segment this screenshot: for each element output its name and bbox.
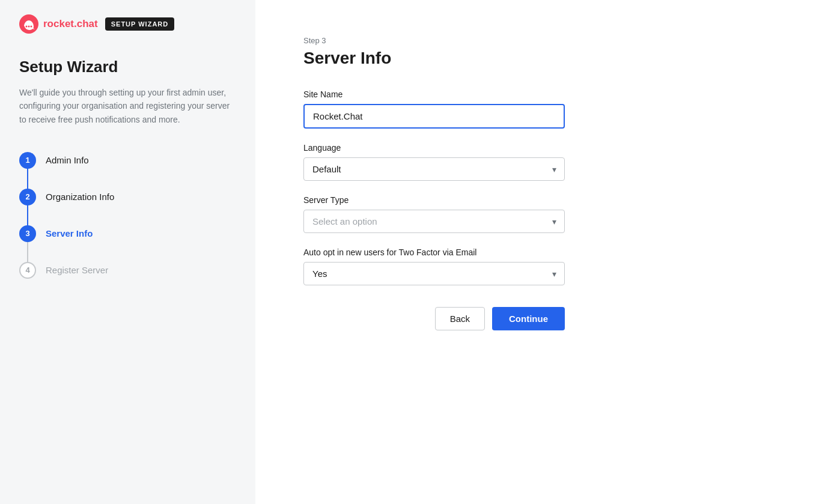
- language-group: Language Default English Spanish French …: [303, 143, 565, 181]
- sidebar-description: We'll guide you through setting up your …: [19, 86, 236, 126]
- server-type-label: Server Type: [303, 195, 565, 205]
- site-name-input[interactable]: [303, 104, 565, 129]
- server-type-select-wrapper: Select an option Community Enterprise ▾: [303, 210, 565, 233]
- step-item-org-info: 2 Organization Info: [19, 184, 236, 209]
- site-name-group: Site Name: [303, 90, 565, 129]
- step-label-2: Organization Info: [46, 184, 114, 209]
- language-select[interactable]: Default English Spanish French German: [303, 157, 565, 181]
- rocket-chat-logo-icon: [19, 14, 38, 34]
- continue-button[interactable]: Continue: [492, 307, 565, 330]
- server-type-group: Server Type Select an option Community E…: [303, 195, 565, 233]
- step-label-4: Register Server: [46, 258, 108, 282]
- auto-opt-in-label: Auto opt in new users for Two Factor via…: [303, 247, 565, 257]
- sidebar: rocket.chat SETUP WIZARD Setup Wizard We…: [0, 0, 255, 504]
- svg-point-2: [28, 26, 30, 28]
- step-item-server-info: 3 Server Info: [19, 221, 236, 246]
- svg-point-3: [31, 26, 32, 28]
- language-label: Language: [303, 143, 565, 153]
- auto-opt-in-group: Auto opt in new users for Two Factor via…: [303, 247, 565, 285]
- back-button[interactable]: Back: [435, 307, 485, 330]
- step-label-1: Admin Info: [46, 148, 89, 172]
- form-actions: Back Continue: [303, 307, 565, 330]
- step-circle-1: 1: [19, 152, 36, 169]
- auto-opt-in-select[interactable]: Yes No: [303, 262, 565, 285]
- step-label-3: Server Info: [46, 221, 93, 246]
- setup-wizard-badge: SETUP WIZARD: [105, 17, 175, 31]
- steps-list: 1 Admin Info 2 Organization Info 3 Serve…: [19, 148, 236, 282]
- step-circle-4: 4: [19, 262, 36, 279]
- server-type-select[interactable]: Select an option Community Enterprise: [303, 210, 565, 233]
- step-item-admin-info: 1 Admin Info: [19, 148, 236, 172]
- step-circle-2: 2: [19, 189, 36, 205]
- step-circle-3: 3: [19, 225, 36, 242]
- main-content: Step 3 Server Info Site Name Language De…: [255, 0, 834, 504]
- site-name-label: Site Name: [303, 90, 565, 99]
- header: rocket.chat SETUP WIZARD: [19, 14, 236, 34]
- step-indicator: Step 3: [303, 36, 565, 45]
- form-container: Step 3 Server Info Site Name Language De…: [303, 36, 565, 330]
- step-item-register-server: 4 Register Server: [19, 258, 236, 282]
- logo-text: rocket.chat: [43, 18, 98, 30]
- logo: rocket.chat: [19, 14, 98, 34]
- sidebar-title: Setup Wizard: [19, 58, 236, 76]
- language-select-wrapper: Default English Spanish French German ▾: [303, 157, 565, 181]
- svg-point-1: [26, 26, 28, 28]
- auto-opt-in-select-wrapper: Yes No ▾: [303, 262, 565, 285]
- form-title: Server Info: [303, 49, 565, 68]
